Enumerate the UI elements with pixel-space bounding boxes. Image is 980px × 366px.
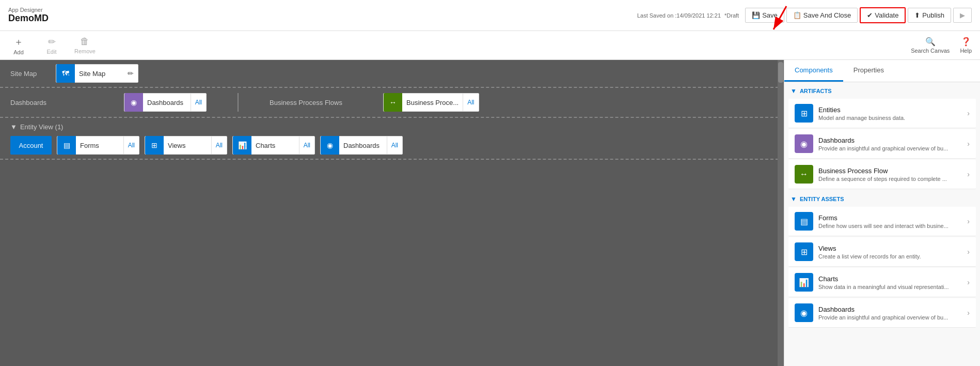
panel-bpf-icon: ↔ [795,165,813,184]
charts-icon: 📊 [233,136,251,155]
entity-assets-label: ENTITY ASSETS [800,196,844,202]
panel-item-dashboards[interactable]: ◉ Dashboards Provide an insightful and g… [788,129,976,159]
panel-dashboards-title: Dashboards [818,136,967,144]
save-close-button[interactable]: 📋 Save And Close [786,8,858,23]
views-comp-label: Views [164,142,211,149]
help-icon: ❓ [961,37,971,47]
panel-entity-dashboards-icon: ◉ [795,303,813,322]
entity-section-header: ▼ Entity View (1) [10,123,773,131]
views-component-box[interactable]: ⊞ Views All [145,136,227,155]
entity-view-section: ▼ Entity View (1) Account ▤ Forms All ⊞ … [0,118,784,160]
scroll-thumb[interactable] [778,62,783,83]
panel-item-charts[interactable]: 📊 Charts Show data in a meaningful and v… [788,268,976,297]
tab-components[interactable]: Components [784,60,843,82]
dashboards-all-btn[interactable]: All [191,94,206,111]
header-actions: Last Saved on :14/09/2021 12:21 *Draft 💾… [637,7,972,23]
panel-views-desc: Create a list view of records for an ent… [818,253,967,260]
app-designer-label: App Designer [8,7,49,13]
forms-all-btn[interactable]: All [123,136,139,154]
artifacts-section-header: ▼ ARTIFACTS [784,82,980,98]
toolbar: ＋ Add ✏ Edit 🗑 Remove 🔍 Search Canvas ❓ … [0,31,980,60]
panel-dashboards-content: Dashboards Provide an insightful and gra… [818,136,967,151]
panel-views-title: Views [818,245,967,252]
save-button[interactable]: 💾 Save [745,8,784,23]
sitemap-section-label: Site Map [10,70,52,78]
search-canvas-item[interactable]: 🔍 Search Canvas [911,37,950,54]
charts-all-btn[interactable]: All [299,136,314,154]
panel-item-bpf[interactable]: ↔ Business Process Flow Define a sequenc… [788,160,976,189]
panel-bpf-desc: Define a sequence of steps required to c… [818,176,967,182]
sitemap-row: Site Map 🗺 Site Map ✏ [0,60,784,88]
entities-title: Entities [818,106,967,114]
panel-charts-chevron-icon: › [967,278,970,286]
save-info: Last Saved on :14/09/2021 12:21 *Draft [637,12,739,19]
panel-forms-chevron-icon: › [967,217,970,225]
entity-section-name: Entity View (1) [20,123,64,131]
panel-bpf-content: Business Process Flow Define a sequence … [818,167,967,182]
views-all-btn[interactable]: All [211,136,227,154]
add-toolbar-item[interactable]: ＋ Add [8,36,29,55]
panel-item-entities[interactable]: ⊞ Entities Model and manage business dat… [788,99,976,128]
right-panel-tabs: Components Properties [784,60,980,82]
entity-dashboards-component-box[interactable]: ◉ Dashboards All [320,136,403,155]
panel-item-views[interactable]: ⊞ Views Create a list view of records fo… [788,237,976,267]
publish-button[interactable]: ⬆ Publish [908,8,951,23]
entity-toggle-icon[interactable]: ▼ [10,123,17,131]
panel-charts-desc: Show data in a meaningful and visual rep… [818,284,967,290]
panel-forms-desc: Define how users will see and interact w… [818,223,967,229]
app-title-area: App Designer DemoMD [8,7,49,24]
save-close-icon: 📋 [793,11,801,19]
artifacts-toggle-icon[interactable]: ▼ [791,87,797,95]
right-panel: Components Properties ▼ ARTIFACTS ⊞ Enti… [784,60,980,366]
account-label-box[interactable]: Account [10,136,52,155]
artifacts-label: ARTIFACTS [800,88,832,94]
bpf-all-btn[interactable]: All [463,94,478,111]
canvas-scrollbar[interactable] [778,60,784,366]
bpf-separator [238,93,239,112]
panel-entity-dashboards-content: Dashboards Provide an insightful and gra… [818,306,967,321]
toolbar-right: 🔍 Search Canvas ❓ Help [911,37,972,54]
dashboards-component-box[interactable]: ◉ Dashboards All [124,93,207,112]
entities-desc: Model and manage business data. [818,115,967,121]
panel-views-icon: ⊞ [795,242,813,261]
bpf-icon: ↔ [384,93,402,112]
canvas-area: Site Map 🗺 Site Map ✏ Dashboards ◉ Dashb… [0,60,784,366]
panel-entity-dashboards-chevron-icon: › [967,309,970,317]
entities-content: Entities Model and manage business data. [818,106,967,121]
sitemap-component-box[interactable]: 🗺 Site Map ✏ [56,64,138,83]
forms-icon: ▤ [57,136,76,155]
sitemap-edit-icon[interactable]: ✏ [123,69,138,78]
remove-toolbar-item[interactable]: 🗑 Remove [74,36,96,54]
forms-component-box[interactable]: ▤ Forms All [57,136,139,155]
bpf-component-box[interactable]: ↔ Business Proce... All [383,93,479,112]
panel-dashboards-desc: Provide an insightful and graphical over… [818,145,967,151]
play-icon: ▶ [960,11,965,19]
charts-component-box[interactable]: 📊 Charts All [232,136,315,155]
save-icon: 💾 [752,11,760,19]
entity-dashboards-all-btn[interactable]: All [387,136,402,154]
panel-forms-content: Forms Define how users will see and inte… [818,214,967,229]
help-item[interactable]: ❓ Help [960,37,972,54]
panel-bpf-chevron-icon: › [967,170,970,178]
edit-toolbar-item[interactable]: ✏ Edit [41,36,62,55]
entity-assets-toggle-icon[interactable]: ▼ [791,195,797,203]
panel-views-chevron-icon: › [967,248,970,256]
play-button[interactable]: ▶ [953,8,972,23]
publish-icon: ⬆ [914,11,920,19]
panel-item-forms[interactable]: ▤ Forms Define how users will see and in… [788,207,976,236]
panel-dashboards-chevron-icon: › [967,140,970,148]
bpf-comp-label: Business Proce... [402,99,463,106]
panel-dashboards-icon: ◉ [795,134,813,153]
sitemap-comp-label: Site Map [75,70,123,78]
panel-entity-dashboards-desc: Provide an insightful and graphical over… [818,314,967,321]
panel-bpf-title: Business Process Flow [818,167,967,175]
panel-views-content: Views Create a list view of records for … [818,245,967,260]
panel-item-entity-dashboards[interactable]: ◉ Dashboards Provide an insightful and g… [788,298,976,328]
entity-dashboards-comp-label: Dashboards [339,142,387,149]
entities-chevron-icon: › [967,109,970,117]
dashboards-section-label: Dashboards [10,99,93,106]
validate-icon: ✔ [867,11,873,19]
tab-properties[interactable]: Properties [843,60,894,82]
entity-row: Account ▤ Forms All ⊞ Views All 📊 Charts… [10,136,773,155]
validate-button[interactable]: ✔ Validate [860,7,906,23]
